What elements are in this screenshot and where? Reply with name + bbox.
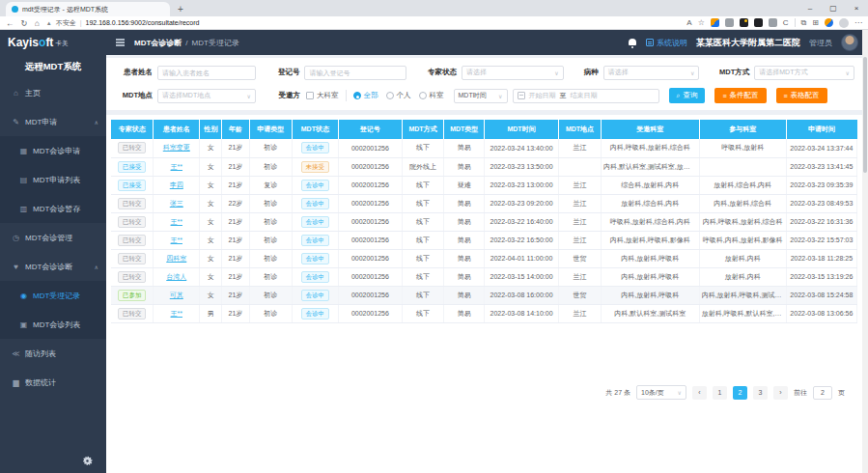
patient-name-link[interactable]: 台湾人 [166, 273, 186, 280]
url-box[interactable]: ▲ 不安全 | 192.168.0.156:9002/consultate/re… [46, 18, 681, 28]
table-cell: 已参加 [111, 286, 154, 304]
table-cell [699, 157, 786, 176]
registration-input-wrap [304, 66, 406, 80]
next-page-button[interactable]: › [773, 386, 788, 400]
home-icon[interactable]: ⌂ [35, 18, 40, 28]
favorite-star-icon[interactable]: ☆ [698, 18, 705, 27]
sidebar-collapse-icon[interactable] [116, 39, 125, 46]
page-scrollbar[interactable] [862, 30, 868, 473]
user-avatar[interactable] [841, 34, 858, 51]
page-button-1[interactable]: 1 [713, 386, 727, 400]
patient-name-link[interactable]: 王** [171, 163, 182, 170]
table-cell: 院外线上 [402, 157, 444, 176]
table-cell: 2022-03-22 16:31:36 [786, 212, 856, 231]
scrollbar-thumb[interactable] [863, 57, 867, 173]
radio-all[interactable]: 全部 [353, 91, 378, 100]
radio-dept[interactable]: 科室 [419, 91, 444, 100]
table-cell: 0002001256 [339, 249, 402, 267]
expert-status-select[interactable]: 请选择∨ [462, 66, 564, 80]
page-size-select[interactable]: 10条/页∨ [636, 385, 686, 400]
patient-name-link[interactable]: 李四 [170, 181, 183, 188]
search-button[interactable]: ⌕ 查询 [669, 88, 706, 103]
patient-name-input[interactable] [162, 70, 251, 76]
patient-name-link[interactable]: 可其 [170, 292, 183, 298]
sidebar-item-MDT会诊申请[interactable]: ▦MDT会诊申请 [0, 136, 106, 165]
refresh-icon[interactable]: ↻ [21, 18, 28, 28]
table-cell: 王** [154, 212, 200, 231]
minimize-button[interactable]: – [798, 0, 822, 16]
breadcrumb-section[interactable]: MDT会诊诊断 [134, 38, 182, 48]
patient-name-link[interactable]: 四科室 [166, 255, 186, 262]
table-cell: 0002001256 [339, 176, 402, 194]
table-cell: 2022-03-23 09:20:00 [485, 194, 559, 212]
extension-icon[interactable] [740, 18, 748, 27]
table-cell: 已转交 [111, 139, 154, 157]
sidebar-item-label: MDT会诊申请 [33, 146, 80, 156]
table-cell: 线下 [402, 212, 444, 231]
breadcrumb-separator: / [185, 39, 187, 47]
sidebar-item-主页[interactable]: ⌂主页 [0, 78, 106, 107]
sidebar-item-数据统计[interactable]: ▆数据统计 [0, 368, 106, 397]
extension-icon[interactable] [754, 18, 763, 27]
jump-page-input[interactable] [813, 386, 832, 400]
disease-select[interactable]: 请选择∨ [603, 66, 700, 80]
jump-prefix: 前往 [794, 388, 807, 398]
extensions-puzzle-icon[interactable]: ⊞ [812, 18, 819, 27]
sidebar-item-MDT会诊列表[interactable]: ▣MDT会诊列表 [0, 310, 106, 339]
browser-profile-avatar[interactable] [839, 18, 849, 28]
table-cell: 张三 [154, 194, 200, 212]
extension-icon[interactable] [769, 18, 777, 27]
notification-bell-icon[interactable] [628, 38, 637, 48]
page-button-2[interactable]: 2 [733, 386, 747, 400]
new-tab-button[interactable]: + [178, 2, 183, 16]
sidebar-item-label: MDT会诊暂存 [33, 204, 80, 214]
time-type-select[interactable]: MDT时间∨ [454, 89, 508, 103]
maximize-button[interactable]: ▢ [822, 0, 845, 16]
read-aloud-icon[interactable]: A [686, 18, 691, 27]
system-doc-link[interactable]: 系统说明 [646, 38, 687, 48]
registration-input[interactable] [309, 70, 402, 76]
page-button-3[interactable]: 3 [753, 386, 768, 400]
mdt-location-select[interactable]: 请选择MDT地点∨ [157, 89, 256, 103]
settings-gear-icon[interactable] [82, 456, 93, 466]
sidebar-item-MDT申请列表[interactable]: ▤MDT申请列表 [0, 165, 106, 194]
patient-name-link[interactable]: 王** [171, 310, 182, 317]
mdt-mode-select[interactable]: 请选择MDT方式∨ [754, 66, 854, 80]
sidebar-item-MDT申请[interactable]: ✎MDT申请∧ [0, 107, 106, 136]
browser-tab[interactable]: mdt受理记录 - 远程MDT系统 [6, 2, 170, 16]
config-icon: ≡ [784, 93, 788, 99]
back-icon[interactable]: ← [6, 18, 14, 28]
table-cell [559, 157, 602, 176]
mdt-status-badge: 会诊中 [301, 142, 330, 153]
patient-name-link[interactable]: 王** [171, 218, 182, 225]
sidebar-item-MDT受理记录[interactable]: ◉MDT受理记录 [0, 281, 106, 310]
condition-config-button[interactable]: ≡ 条件配置 [714, 88, 766, 103]
sidebar-item-随访列表[interactable]: ≪随访列表 [0, 339, 106, 368]
browser-menu-icon[interactable]: ⋯ [854, 18, 862, 27]
patient-name-link[interactable]: 张三 [170, 200, 183, 207]
sidebar-item-label: MDT会诊管理 [25, 233, 72, 243]
mdt-status-badge: 未接受 [301, 161, 330, 173]
split-screen-icon[interactable]: ⧉ [801, 18, 807, 27]
table-cell: 复诊 [249, 176, 292, 194]
table-cell: 科室变更 [154, 139, 200, 157]
close-button[interactable]: × [845, 0, 868, 16]
table-cell: 初诊 [249, 194, 292, 212]
date-range-picker[interactable]: 开始日期 至 结束日期 [513, 89, 659, 103]
sidebar-item-MDT会诊暂存[interactable]: ▥MDT会诊暂存 [0, 194, 106, 223]
expert-status-badge: 已转交 [118, 253, 147, 264]
patient-name-link[interactable]: 王** [171, 236, 182, 243]
collections-icon[interactable]: C [783, 18, 789, 27]
sidebar-item-MDT会诊诊断[interactable]: ♥MDT会诊诊断∧ [0, 252, 106, 281]
page-buttons: 123 [713, 386, 768, 400]
radio-personal[interactable]: 个人 [386, 91, 411, 100]
table-cell: 线下 [402, 194, 444, 212]
extension-icon[interactable] [711, 18, 719, 27]
extension-icon[interactable] [725, 18, 734, 27]
table-config-button[interactable]: ≡ 表格配置 [776, 88, 827, 103]
extension-icon[interactable] [825, 18, 833, 27]
prev-page-button[interactable]: ‹ [692, 386, 707, 400]
big-dept-checkbox[interactable]: 大科室 [306, 91, 339, 100]
patient-name-link[interactable]: 科室变更 [163, 144, 190, 151]
sidebar-item-MDT会诊管理[interactable]: ◷MDT会诊管理 [0, 223, 106, 252]
